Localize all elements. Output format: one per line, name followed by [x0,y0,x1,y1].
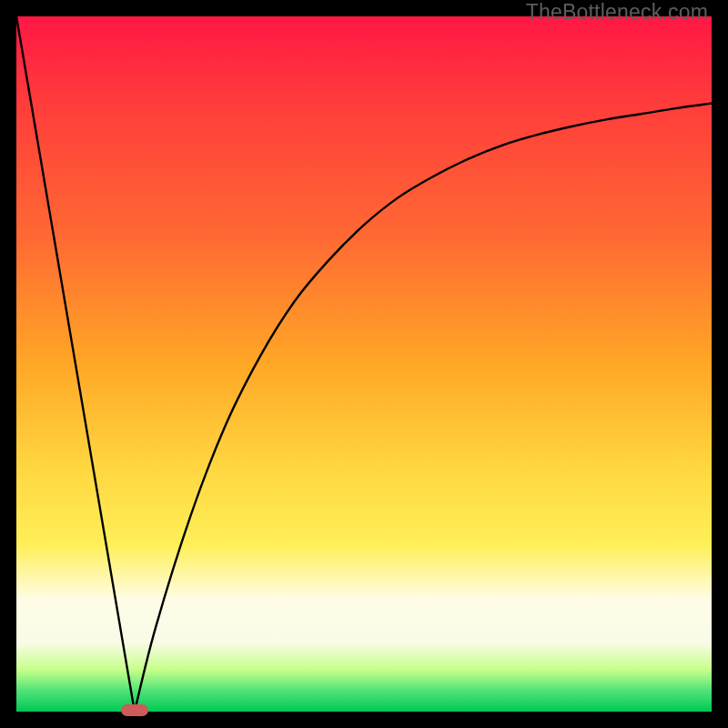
minimum-marker [121,704,148,716]
watermark-text: TheBottleneck.com [526,0,708,25]
curve-layer [16,16,712,712]
plot-area [16,16,712,712]
curve-right-branch [135,104,712,713]
chart-frame: TheBottleneck.com [0,0,728,728]
curve-left-branch [16,16,135,712]
